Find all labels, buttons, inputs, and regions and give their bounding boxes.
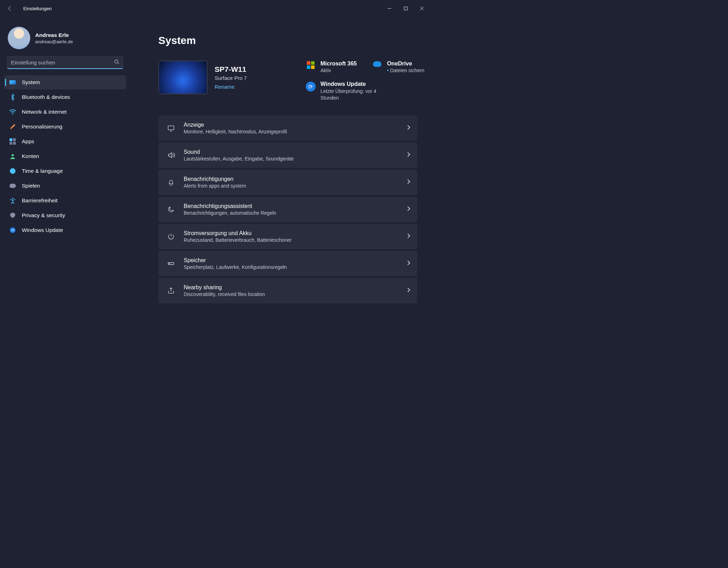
wifi-icon bbox=[9, 108, 16, 115]
setting-title: Nearby sharing bbox=[184, 284, 406, 291]
setting-row-nearby-sharing[interactable]: Nearby sharing Discoverability, received… bbox=[158, 278, 417, 303]
device-model: Surface Pro 7 bbox=[215, 75, 247, 81]
status-sub: Aktiv bbox=[321, 68, 357, 73]
minimize-button[interactable] bbox=[381, 3, 398, 14]
sidebar-item-apps[interactable]: Apps bbox=[4, 134, 126, 149]
sidebar-item-label: Time & language bbox=[22, 168, 63, 174]
sidebar-item-system[interactable]: System bbox=[4, 75, 126, 89]
setting-title: Benachrichtigungsassistent bbox=[184, 203, 406, 209]
status-title: OneDrive bbox=[387, 61, 424, 67]
setting-sub: Alerts from apps and system bbox=[184, 183, 406, 189]
profile-block[interactable]: Andreas Erle andreas@aerle.de bbox=[4, 24, 126, 55]
display-icon bbox=[166, 124, 176, 132]
window-title: Einstellungen bbox=[23, 6, 52, 11]
svg-point-1 bbox=[115, 60, 118, 63]
setting-row-focus-assist[interactable]: Benachrichtigungsassistent Benachrichtig… bbox=[158, 197, 417, 222]
chevron-right-icon bbox=[406, 206, 411, 213]
device-thumbnail bbox=[158, 61, 208, 94]
settings-window: Einstellungen Andreas Erle andreas@aerle… bbox=[0, 0, 431, 338]
moon-icon bbox=[166, 206, 176, 213]
apps-icon bbox=[9, 138, 16, 145]
maximize-button[interactable] bbox=[398, 3, 414, 14]
svg-point-4 bbox=[12, 198, 13, 199]
setting-sub: Monitore, Helligkeit, Nachtmodus, Anzeig… bbox=[184, 129, 406, 134]
gamepad-icon bbox=[9, 182, 16, 189]
setting-row-display[interactable]: Anzeige Monitore, Helligkeit, Nachtmodus… bbox=[158, 115, 417, 141]
shield-icon bbox=[9, 212, 16, 219]
onedrive-icon bbox=[372, 61, 382, 67]
sidebar-item-label: Network & internet bbox=[22, 109, 67, 115]
setting-sub: Benachrichtigungen, automatische Regeln bbox=[184, 210, 406, 216]
sidebar-item-accounts[interactable]: Konten bbox=[4, 149, 126, 163]
setting-row-sound[interactable]: Sound Lautstärkestufen, Ausgabe, Eingabe… bbox=[158, 143, 417, 168]
status-sub: Dateien sichern bbox=[387, 68, 424, 73]
bell-icon bbox=[166, 178, 176, 186]
close-button[interactable] bbox=[414, 3, 430, 14]
search-box[interactable] bbox=[7, 56, 123, 69]
nav: System Bluetooth & devices Network & int… bbox=[4, 75, 126, 237]
setting-row-power[interactable]: Stromversorgung und Akku Ruhezustand, Ba… bbox=[158, 224, 417, 249]
setting-sub: Ruhezustand, Batterieverbrauch, Batterie… bbox=[184, 237, 406, 243]
storage-icon bbox=[166, 260, 176, 267]
sidebar-item-label: Apps bbox=[22, 138, 34, 145]
search-input[interactable] bbox=[11, 59, 114, 65]
setting-title: Speicher bbox=[184, 257, 406, 264]
chevron-right-icon bbox=[406, 179, 411, 185]
status-card-windows-update[interactable]: ⟳ Windows Update Letzte Überprüfung: vor… bbox=[306, 81, 380, 101]
sidebar-item-label: Windows Update bbox=[22, 227, 63, 233]
device-block: SP7-W11 Surface Pro 7 Rename bbox=[158, 61, 247, 94]
share-icon bbox=[166, 287, 176, 295]
sidebar-item-label: Spielen bbox=[22, 183, 40, 189]
sidebar-item-windows-update[interactable]: ⟳ Windows Update bbox=[4, 223, 126, 237]
sidebar-item-label: Privacy & security bbox=[22, 212, 65, 219]
bluetooth-icon bbox=[9, 94, 16, 101]
svg-rect-0 bbox=[404, 7, 407, 10]
sidebar-item-label: Personalisierung bbox=[22, 124, 62, 130]
rename-link[interactable]: Rename bbox=[215, 84, 235, 90]
sidebar-item-personalization[interactable]: Personalisierung bbox=[4, 120, 126, 134]
setting-title: Stromversorgung und Akku bbox=[184, 230, 406, 236]
status-card-ms365[interactable]: Microsoft 365 Aktiv bbox=[306, 61, 357, 73]
status-title: Microsoft 365 bbox=[321, 61, 357, 67]
device-name: SP7-W11 bbox=[215, 65, 247, 74]
search-icon bbox=[114, 59, 119, 66]
chevron-right-icon bbox=[406, 260, 411, 267]
svg-point-7 bbox=[169, 263, 170, 264]
sidebar-item-time-language[interactable]: Time & language bbox=[4, 164, 126, 178]
profile-name: Andreas Erle bbox=[35, 32, 73, 38]
sidebar-item-network[interactable]: Network & internet bbox=[4, 105, 126, 119]
status-card-onedrive[interactable]: OneDrive Dateien sichern bbox=[372, 61, 424, 73]
status-sub: Letzte Überprüfung: vor 4 Stunden bbox=[321, 88, 380, 101]
status-title: Windows Update bbox=[321, 81, 380, 87]
setting-sub: Lautstärkestufen, Ausgabe, Eingabe, Soun… bbox=[184, 156, 406, 162]
back-button[interactable] bbox=[3, 1, 17, 15]
sidebar-item-bluetooth[interactable]: Bluetooth & devices bbox=[4, 90, 126, 104]
chevron-right-icon bbox=[406, 288, 411, 294]
accessibility-icon bbox=[9, 197, 16, 204]
chevron-right-icon bbox=[406, 125, 411, 131]
power-icon bbox=[166, 233, 176, 240]
titlebar: Einstellungen bbox=[0, 0, 431, 17]
setting-row-storage[interactable]: Speicher Speicherplatz, Laufwerke, Konfi… bbox=[158, 251, 417, 276]
chevron-right-icon bbox=[406, 152, 411, 158]
content: System SP7-W11 Surface Pro 7 Rename bbox=[130, 17, 431, 338]
sidebar: Andreas Erle andreas@aerle.de System bbox=[0, 17, 130, 338]
clock-icon bbox=[9, 168, 16, 175]
setting-row-notifications[interactable]: Benachrichtigungen Alerts from apps and … bbox=[158, 170, 417, 195]
sidebar-item-gaming[interactable]: Spielen bbox=[4, 179, 126, 193]
setting-sub: Speicherplatz, Laufwerke, Konfigurations… bbox=[184, 264, 406, 270]
sidebar-item-accessibility[interactable]: Barrierefreiheit bbox=[4, 194, 126, 208]
setting-title: Anzeige bbox=[184, 122, 406, 128]
sidebar-item-label: Konten bbox=[22, 153, 39, 159]
window-controls bbox=[381, 3, 430, 14]
sidebar-item-privacy[interactable]: Privacy & security bbox=[4, 208, 126, 222]
user-icon bbox=[9, 153, 16, 160]
update-icon: ⟳ bbox=[9, 227, 16, 234]
update-icon: ⟳ bbox=[306, 82, 316, 91]
sidebar-item-label: System bbox=[22, 79, 40, 86]
ms365-icon bbox=[306, 61, 316, 69]
system-icon bbox=[9, 79, 16, 86]
sidebar-item-label: Barrierefreiheit bbox=[22, 197, 58, 204]
svg-rect-5 bbox=[168, 126, 174, 130]
setting-title: Benachrichtigungen bbox=[184, 176, 406, 182]
